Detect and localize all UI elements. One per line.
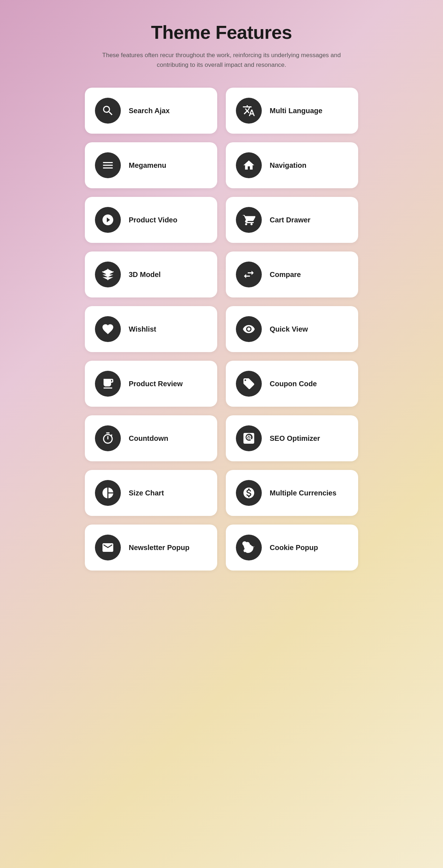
- feature-card-navigation: Navigation: [226, 142, 358, 188]
- feature-card-multiple-currencies: Multiple Currencies: [226, 470, 358, 516]
- cookie-icon: [236, 535, 262, 560]
- feature-label-newsletter-popup: Newsletter Popup: [129, 544, 189, 552]
- svg-point-2: [251, 384, 252, 385]
- countdown-icon: [95, 425, 121, 451]
- feature-card-compare: Compare: [226, 251, 358, 297]
- feature-card-cart-drawer: Cart Drawer: [226, 197, 358, 243]
- feature-card-product-video: Product Video: [85, 197, 217, 243]
- svg-point-5: [250, 546, 251, 547]
- feature-card-countdown: Countdown: [85, 415, 217, 461]
- feature-label-coupon-code: Coupon Code: [270, 380, 317, 388]
- seo-icon: [236, 425, 262, 451]
- feature-card-newsletter-popup: Newsletter Popup: [85, 525, 217, 571]
- feature-card-search-ajax: Search Ajax: [85, 88, 217, 134]
- review-icon: [95, 371, 121, 397]
- features-grid: Search AjaxMulti LanguageMegamenuNavigat…: [85, 88, 358, 571]
- cart-icon: [236, 207, 262, 233]
- model3d-icon: [95, 262, 121, 287]
- feature-label-multi-language: Multi Language: [270, 107, 323, 115]
- page-title: Theme Features: [96, 22, 347, 43]
- coupon-icon: [236, 371, 262, 397]
- feature-card-size-chart: Size Chart: [85, 470, 217, 516]
- feature-card-3d-model: 3D Model: [85, 251, 217, 297]
- feature-label-countdown: Countdown: [129, 434, 168, 443]
- sizechart-icon: [95, 480, 121, 506]
- svg-point-6: [246, 546, 247, 547]
- svg-point-1: [249, 382, 250, 383]
- language-icon: [236, 98, 262, 124]
- feature-card-cookie-popup: Cookie Popup: [226, 525, 358, 571]
- feature-card-seo-optimizer: SEO Optimizer: [226, 415, 358, 461]
- feature-card-coupon-code: Coupon Code: [226, 361, 358, 407]
- svg-point-4: [247, 548, 249, 550]
- feature-label-search-ajax: Search Ajax: [129, 107, 170, 115]
- page-header: Theme Features These features often recu…: [96, 22, 347, 70]
- newsletter-icon: [95, 535, 121, 560]
- feature-card-wishlist: Wishlist: [85, 306, 217, 352]
- feature-label-quick-view: Quick View: [270, 325, 308, 333]
- feature-label-cookie-popup: Cookie Popup: [270, 544, 318, 552]
- feature-label-size-chart: Size Chart: [129, 489, 164, 497]
- heart-icon: [95, 316, 121, 342]
- page-subtitle: These features often recur throughout th…: [96, 50, 347, 70]
- currencies-icon: [236, 480, 262, 506]
- feature-card-product-review: Product Review: [85, 361, 217, 407]
- feature-label-wishlist: Wishlist: [129, 325, 156, 333]
- feature-label-compare: Compare: [270, 271, 301, 279]
- feature-card-multi-language: Multi Language: [226, 88, 358, 134]
- home-icon: [236, 152, 262, 178]
- feature-card-megamenu: Megamenu: [85, 142, 217, 188]
- eye-icon: [236, 316, 262, 342]
- feature-label-multiple-currencies: Multiple Currencies: [270, 489, 337, 497]
- compare-icon: [236, 262, 262, 287]
- search-icon: [95, 98, 121, 124]
- feature-label-product-video: Product Video: [129, 216, 177, 224]
- feature-label-seo-optimizer: SEO Optimizer: [270, 434, 320, 443]
- feature-label-cart-drawer: Cart Drawer: [270, 216, 310, 224]
- feature-label-product-review: Product Review: [129, 380, 183, 388]
- menu-icon: [95, 152, 121, 178]
- feature-card-quick-view: Quick View: [226, 306, 358, 352]
- play-icon: [95, 207, 121, 233]
- svg-point-7: [248, 544, 250, 545]
- feature-label-3d-model: 3D Model: [129, 271, 161, 279]
- feature-label-megamenu: Megamenu: [129, 161, 166, 170]
- feature-label-navigation: Navigation: [270, 161, 306, 170]
